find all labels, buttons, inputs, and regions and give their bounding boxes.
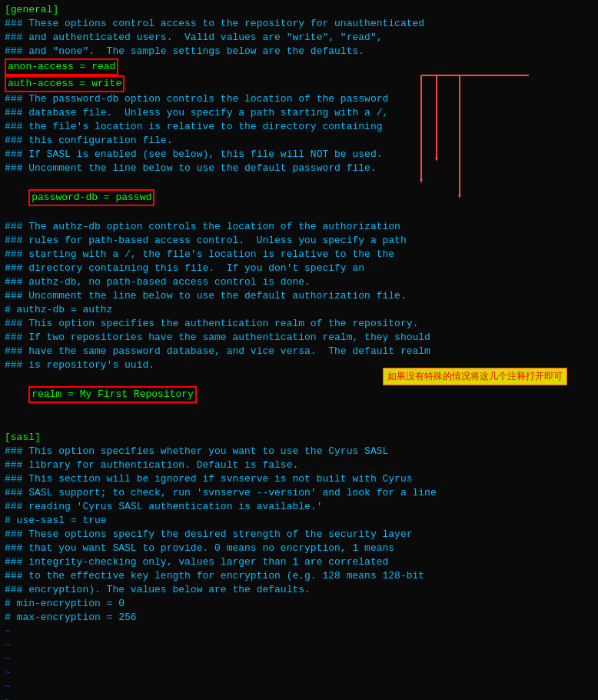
line-comment-15: ### Uncomment the line below to use the … <box>5 289 593 303</box>
line-comment-24: ### reading 'Cyrus SASL authentication i… <box>5 500 593 514</box>
line-comment-13: ### directory containing this file. If y… <box>5 262 593 275</box>
line-comment-8: ### If SASL is enabled (see below), this… <box>5 148 593 162</box>
line-min-encryption: # min-encryption = 0 <box>5 597 593 611</box>
line-comment-22: ### This section will be ignored if svns… <box>5 472 593 486</box>
tilde-5: ~ <box>5 680 593 694</box>
line-comment-18: ### have the same password database, and… <box>5 345 593 358</box>
section-sasl-label: [sasl] <box>5 432 41 443</box>
line-section-sasl: [sasl] <box>5 431 593 445</box>
editor-area: [general] ### These options control acce… <box>0 0 598 700</box>
line-comment-26: ### that you want SASL to provide. 0 mea… <box>5 542 593 555</box>
line-comment-12: ### starting with a /, the file's locati… <box>5 248 593 262</box>
line-password-db: password-db = passwd <box>5 175 593 220</box>
line-comment-28: ### to the effective key length for encr… <box>5 569 593 583</box>
line-use-sasl: # use-sasl = true <box>5 514 593 528</box>
anon-access-value: anon-access = read <box>5 58 118 75</box>
line-comment-3: ### and "none". The sample settings belo… <box>5 45 593 58</box>
line-comment-20: ### This option specifies whether you wa… <box>5 445 593 458</box>
line-comment-4: ### The password-db option controls the … <box>5 92 593 106</box>
line-section-general: [general] <box>5 3 593 17</box>
line-comment-25: ### These options specify the desired st… <box>5 528 593 542</box>
line-comment-11: ### rules for path-based access control.… <box>5 234 593 248</box>
line-auth-access: auth-access = write <box>5 75 593 92</box>
line-comment-10: ### The authz-db option controls the loc… <box>5 220 593 234</box>
line-comment-14: ### authz-db, no path-based access contr… <box>5 275 593 289</box>
line-comment-17: ### If two repositories have the same au… <box>5 331 593 345</box>
section-general-label: [general] <box>5 4 58 15</box>
auth-access-value: auth-access = write <box>5 75 125 92</box>
tilde-4: ~ <box>5 666 593 680</box>
line-comment-6: ### the file's location is relative to t… <box>5 120 593 134</box>
line-comment-1: ### These options control access to the … <box>5 17 593 31</box>
line-comment-16: ### This option specifies the authentica… <box>5 317 593 331</box>
line-blank-1 <box>5 417 593 431</box>
tilde-3: ~ <box>5 652 593 666</box>
realm-value: realm = My First Repository <box>28 386 197 403</box>
tilde-2: ~ <box>5 638 593 652</box>
line-comment-5: ### database file. Unless you specify a … <box>5 106 593 120</box>
line-comment-29: ### encryption). The values below are th… <box>5 583 593 597</box>
tilde-1: ~ <box>5 625 593 638</box>
line-comment-2: ### and authenticated users. Valid value… <box>5 31 593 45</box>
line-comment-21: ### library for authentication. Default … <box>5 458 593 472</box>
line-comment-9: ### Uncomment the line below to use the … <box>5 162 593 175</box>
line-comment-7: ### this configuration file. <box>5 134 593 148</box>
annotation-text: 如果没有特殊的情况将这几个注释打开即可 <box>383 368 567 385</box>
line-comment-23: ### SASL support; to check, run 'svnserv… <box>5 486 593 500</box>
password-db-value: password-db = passwd <box>28 189 154 206</box>
tilde-6: ~ <box>5 694 593 700</box>
line-max-encryption: # max-encryption = 256 <box>5 611 593 625</box>
line-anon-access: anon-access = read <box>5 58 593 75</box>
line-comment-27: ### integrity-checking only, values larg… <box>5 555 593 569</box>
line-authz-db-commented: # authz-db = authz <box>5 303 593 317</box>
